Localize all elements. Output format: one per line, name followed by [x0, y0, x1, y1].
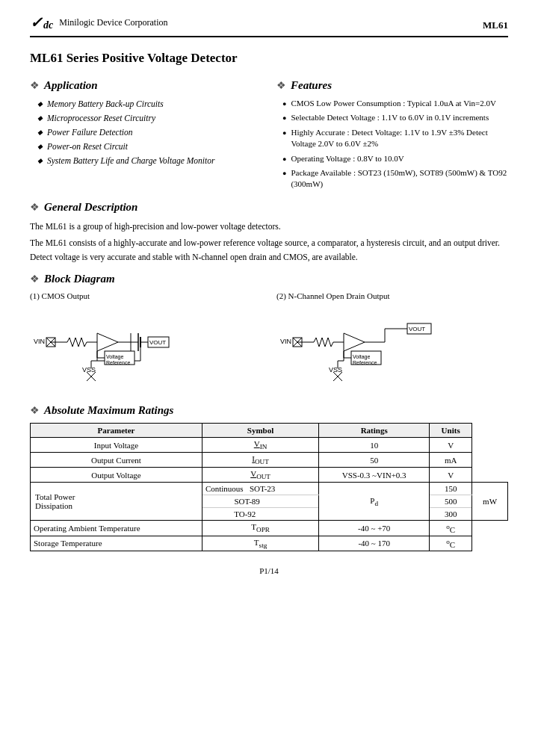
svg-text:Voltage: Voltage	[353, 354, 370, 360]
diagram-col-1: (1) CMOS Output VIN	[30, 291, 262, 394]
block-diagram-title: Block Diagram	[44, 273, 115, 285]
list-item: Package Available : SOT23 (150mW), SOT89…	[282, 167, 508, 190]
svg-text:VOUT: VOUT	[149, 339, 166, 346]
svg-text:VOUT: VOUT	[409, 326, 425, 332]
table-row: Output Voltage VOUT VSS-0.3 ~VIN+0.3 V	[31, 468, 508, 483]
col-header-symbol: Symbol	[202, 423, 318, 437]
cell-symbol: IOUT	[202, 453, 318, 468]
diamond-icon-ratings: ❖	[30, 404, 40, 417]
diamond-icon-features: ❖	[276, 79, 286, 92]
cell-subpackage: Continuous SOT-23	[202, 483, 318, 495]
diagram1-label: (1) CMOS Output	[30, 291, 262, 300]
company-name: Minilogic Device Corporation	[59, 17, 167, 28]
cell-parameter: Output Voltage	[31, 468, 202, 483]
general-description-title: General Description	[44, 201, 137, 214]
diamond-icon-general: ❖	[30, 201, 40, 214]
cell-subpackage-sot89: SOT-89	[202, 495, 318, 508]
diagram1-svg: VIN VOUT	[30, 305, 179, 391]
cell-ratings: 10	[319, 437, 430, 452]
block-diagram-section: ❖ Block Diagram (1) CMOS Output VIN	[30, 273, 508, 394]
table-row: Storage Temperature Tstg -40 ~ 170 oC	[31, 536, 508, 551]
features-section: ❖ Features CMOS Low Power Consumption : …	[269, 79, 508, 193]
col-header-parameter: Parameter	[31, 423, 202, 437]
diagram2-svg: VIN VOUT VSS	[276, 305, 441, 391]
cell-symbol-topr: TOPR	[202, 521, 318, 536]
cell-units-oat: oC	[430, 521, 472, 536]
application-section: ❖ Application Memory Battery Back-up Cir…	[30, 79, 269, 193]
list-item: CMOS Low Power Consumption : Typical 1.0…	[282, 98, 508, 109]
cell-symbol-pd: Pd	[319, 483, 430, 521]
cell-ratings-500: 500	[430, 495, 472, 508]
cell-parameter-power: Total PowerDissipation	[31, 483, 202, 521]
cell-parameter-storage: Storage Temperature	[31, 536, 202, 551]
svg-text:VIN: VIN	[34, 338, 45, 345]
list-item: Operating Voltage : 0.8V to 10.0V	[282, 153, 508, 164]
cell-parameter: Output Current	[31, 453, 202, 468]
cell-symbol: VIN	[202, 437, 318, 452]
features-list: CMOS Low Power Consumption : Typical 1.0…	[276, 98, 508, 190]
cell-ratings-storage: -40 ~ 170	[319, 536, 430, 551]
list-item: Memory Battery Back-up Circuits	[37, 98, 262, 110]
cell-parameter: Input Voltage	[31, 437, 202, 452]
list-item: Microprocessor Reset Circuitry	[37, 112, 262, 124]
svg-marker-3	[97, 333, 118, 351]
svg-marker-31	[344, 333, 365, 351]
absolute-max-ratings-header: ❖ Absolute Maximum Ratings	[30, 404, 508, 417]
diamond-icon-application: ❖	[30, 79, 40, 92]
logo-dc-text: dc	[43, 19, 53, 31]
main-title: ML61 Series Positive Voltage Detector	[30, 51, 508, 66]
cell-subpackage-to92: TO-92	[202, 508, 318, 521]
page: ✓ dc Minilogic Device Corporation ML61 M…	[0, 0, 538, 756]
table-header-row: Parameter Symbol Ratings Units	[31, 423, 508, 437]
svg-text:Voltage: Voltage	[106, 354, 123, 360]
cell-ratings-oat: -40 ~ +70	[319, 521, 430, 536]
block-diagram-row: (1) CMOS Output VIN	[30, 291, 508, 394]
application-title: Application	[44, 79, 98, 92]
col-header-units: Units	[430, 423, 472, 437]
general-description-p1: The ML61 is a group of high-precision an…	[30, 220, 508, 233]
features-title: Features	[291, 79, 332, 92]
table-row: Output Current IOUT 50 mA	[31, 453, 508, 468]
list-item: Selectable Detect Voltage : 1.1V to 6.0V…	[282, 112, 508, 123]
cell-units: mA	[430, 453, 472, 468]
table-row: Operating Ambient Temperature TOPR -40 ~…	[31, 521, 508, 536]
table-row: Input Voltage VIN 10 V	[31, 437, 508, 452]
diagram-col-2: (2) N-Channel Open Drain Output VIN	[276, 291, 508, 394]
cell-ratings: 50	[319, 453, 430, 468]
general-description-header: ❖ General Description	[30, 201, 508, 214]
cell-parameter-oat: Operating Ambient Temperature	[31, 521, 202, 536]
list-item: System Battery Life and Charge Voltage M…	[37, 155, 262, 167]
general-description-p2: The ML61 consists of a highly-accurate a…	[30, 236, 508, 264]
table-row: Total PowerDissipation Continuous SOT-23…	[31, 483, 508, 495]
cell-symbol-tstg: Tstg	[202, 536, 318, 551]
cell-units-mw: mW	[472, 483, 508, 521]
svg-text:Reference: Reference	[106, 360, 130, 365]
svg-text:VIN: VIN	[280, 338, 291, 345]
cell-ratings-300: 300	[430, 508, 472, 521]
absolute-max-ratings-title: Absolute Maximum Ratings	[44, 404, 173, 417]
header: ✓ dc Minilogic Device Corporation ML61	[30, 13, 508, 37]
list-item: Power-on Reset Circuit	[37, 140, 262, 152]
logo-mdc: ✓ dc	[30, 13, 53, 31]
list-item: Power Failure Detection	[37, 126, 262, 138]
cell-units-storage: oC	[430, 536, 472, 551]
features-header: ❖ Features	[276, 79, 508, 92]
cell-units: V	[430, 468, 472, 483]
svg-text:Reference: Reference	[353, 360, 377, 365]
two-col-section: ❖ Application Memory Battery Back-up Cir…	[30, 79, 508, 193]
svg-text:VSS: VSS	[82, 366, 96, 374]
application-list: Memory Battery Back-up Circuits Micropro…	[30, 98, 262, 167]
part-number: ML61	[483, 19, 508, 31]
application-header: ❖ Application	[30, 79, 262, 92]
page-number: P1/14	[259, 566, 279, 575]
footer: P1/14	[30, 566, 508, 575]
company-logo: ✓ dc Minilogic Device Corporation	[30, 13, 168, 31]
block-diagram-header: ❖ Block Diagram	[30, 273, 508, 285]
diamond-icon-block: ❖	[30, 273, 40, 285]
general-description-section: ❖ General Description The ML61 is a grou…	[30, 201, 508, 264]
absolute-max-ratings-section: ❖ Absolute Maximum Ratings Parameter Sym…	[30, 404, 508, 551]
cell-units: V	[430, 437, 472, 452]
cell-ratings-150: 150	[430, 483, 472, 495]
ratings-table: Parameter Symbol Ratings Units Input Vol…	[30, 423, 508, 551]
diagram2-label: (2) N-Channel Open Drain Output	[276, 291, 508, 300]
